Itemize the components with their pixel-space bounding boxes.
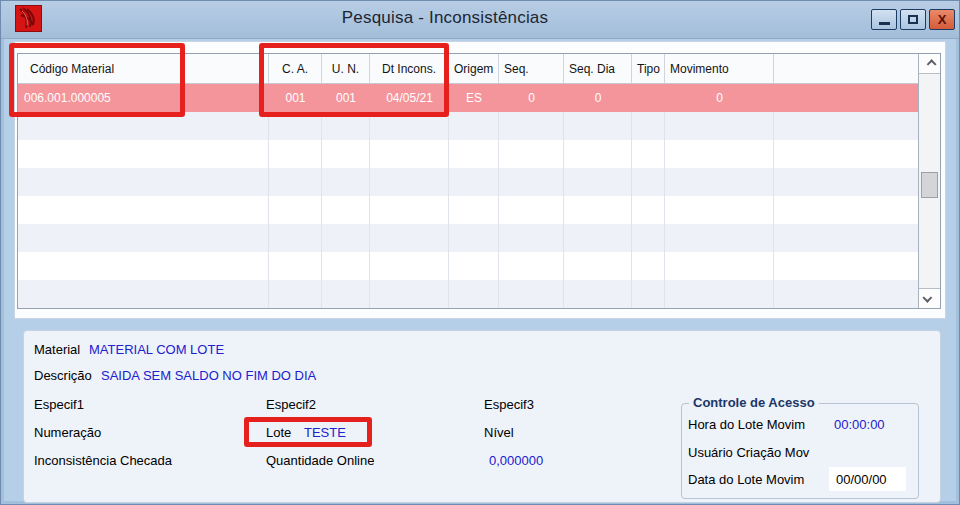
table-cell-8: 0 bbox=[665, 84, 774, 112]
scroll-up-button[interactable] bbox=[919, 54, 940, 74]
column-header-8[interactable]: Movimento bbox=[665, 54, 774, 83]
close-button[interactable]: X bbox=[929, 9, 955, 30]
table-cell-7 bbox=[632, 84, 665, 112]
title-bar[interactable]: Pesquisa - Inconsistências X bbox=[1, 1, 959, 39]
especif2-label: Especif2 bbox=[266, 397, 316, 412]
column-header-1[interactable]: C. A. bbox=[269, 54, 322, 83]
column-header-3[interactable]: Dt Incons. bbox=[370, 54, 449, 83]
scroll-down-button[interactable] bbox=[919, 288, 940, 308]
window-controls: X bbox=[871, 9, 955, 30]
window-title: Pesquisa - Inconsistências bbox=[1, 8, 889, 28]
table-row-empty[interactable] bbox=[18, 224, 940, 252]
column-header-9[interactable] bbox=[774, 54, 918, 83]
table-cell-2: 001 bbox=[322, 84, 370, 112]
table-cell-0: 006.001.000005 bbox=[18, 84, 269, 112]
quantidade-online-label: Quantidade Online bbox=[266, 453, 374, 468]
descricao-value: SAIDA SEM SALDO NO FIM DO DIA bbox=[101, 368, 316, 383]
nivel-label: Nível bbox=[484, 425, 514, 440]
minimize-icon bbox=[879, 22, 890, 25]
data-lote-movim-input[interactable] bbox=[829, 467, 906, 491]
grid-header-row: Código MaterialC. A.U. N.Dt Incons.Orige… bbox=[18, 54, 940, 84]
chevron-down-icon bbox=[922, 293, 932, 303]
hora-lote-movim-value: 00:00:00 bbox=[834, 417, 885, 432]
column-header-4[interactable]: Origem bbox=[449, 54, 499, 83]
column-header-5[interactable]: Seq. bbox=[499, 54, 564, 83]
chevron-up-icon bbox=[927, 59, 937, 69]
table-cell-6: 0 bbox=[564, 84, 632, 112]
descricao-label: Descrição bbox=[34, 368, 92, 383]
lote-value: TESTE bbox=[304, 425, 346, 440]
table-row-empty[interactable] bbox=[18, 196, 940, 224]
lote-label: Lote bbox=[266, 425, 291, 440]
usuario-criacao-mov-label: Usuário Criação Mov bbox=[688, 445, 809, 460]
quantidade-online-value: 0,000000 bbox=[489, 453, 543, 468]
material-label: Material bbox=[34, 342, 80, 357]
table-row-empty[interactable] bbox=[18, 280, 940, 308]
inconsistencia-checada-label: Inconsistência Checada bbox=[34, 453, 172, 468]
table-row-selected[interactable]: 006.001.00000500100104/05/21ES000 bbox=[18, 84, 940, 112]
table-cell-5: 0 bbox=[499, 84, 564, 112]
table-cell-1: 001 bbox=[269, 84, 322, 112]
scrollbar-thumb[interactable] bbox=[921, 172, 938, 198]
table-row-empty[interactable] bbox=[18, 252, 940, 280]
maximize-icon bbox=[908, 15, 918, 24]
inconsistencies-grid: Código MaterialC. A.U. N.Dt Incons.Orige… bbox=[17, 53, 941, 309]
grid-body: 006.001.00000500100104/05/21ES000 bbox=[18, 84, 940, 308]
close-icon: X bbox=[938, 13, 947, 26]
column-header-0[interactable]: Código Material bbox=[18, 54, 269, 83]
maximize-button[interactable] bbox=[900, 9, 926, 30]
table-cell-9 bbox=[774, 84, 918, 112]
dialog-window: Pesquisa - Inconsistências X Código Mate… bbox=[0, 0, 960, 505]
table-cell-4: ES bbox=[449, 84, 499, 112]
table-row-empty[interactable] bbox=[18, 140, 940, 168]
table-cell-3: 04/05/21 bbox=[370, 84, 449, 112]
material-value: MATERIAL COM LOTE bbox=[89, 342, 224, 357]
table-row-empty[interactable] bbox=[18, 168, 940, 196]
table-row-empty[interactable] bbox=[18, 112, 940, 140]
controle-de-acesso-title: Controle de Acesso bbox=[689, 395, 819, 410]
especif3-label: Especif3 bbox=[484, 397, 534, 412]
data-lote-movim-label: Data do Lote Movim bbox=[688, 472, 804, 487]
especif1-label: Especif1 bbox=[34, 397, 84, 412]
vertical-scrollbar[interactable] bbox=[918, 54, 940, 308]
minimize-button[interactable] bbox=[871, 9, 897, 30]
column-header-2[interactable]: U. N. bbox=[322, 54, 370, 83]
numeracao-label: Numeração bbox=[34, 425, 101, 440]
column-header-7[interactable]: Tipo bbox=[632, 54, 665, 83]
hora-lote-movim-label: Hora do Lote Movim bbox=[688, 417, 805, 432]
column-header-6[interactable]: Seq. Dia bbox=[564, 54, 632, 83]
